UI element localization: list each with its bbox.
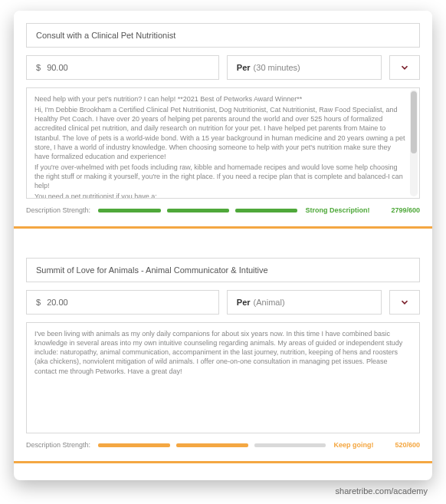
strength-bar: [254, 443, 326, 447]
per-label: Per: [237, 298, 251, 307]
strength-row: Description Strength: Strong Description…: [26, 206, 420, 214]
expand-button[interactable]: [389, 55, 420, 80]
per-value: (30 minutes): [254, 63, 300, 72]
strength-bar: [167, 209, 229, 212]
chevron-down-icon: [399, 62, 410, 73]
strength-bars: [98, 443, 326, 447]
strength-message: Keep going!: [333, 441, 373, 449]
strength-bar: [176, 443, 248, 447]
title-input[interactable]: Consult with a Clinical Pet Nutritionist: [26, 23, 420, 48]
scrollbar-track[interactable]: [410, 90, 418, 196]
price-input[interactable]: $ 20.00: [26, 290, 219, 315]
listing-card: Summit of Love for Animals - Animal Comm…: [14, 245, 432, 463]
price-input[interactable]: $ 90.00: [26, 55, 219, 80]
strength-bar: [235, 209, 297, 212]
strength-label: Description Strength:: [26, 206, 90, 214]
currency-symbol: $: [36, 298, 41, 307]
desc-line: Need help with your pet's nutrition? I c…: [34, 94, 407, 104]
per-select[interactable]: Per (Animal): [227, 290, 382, 315]
currency-symbol: $: [36, 63, 41, 72]
strength-row: Description Strength: Keep going! 520/60…: [26, 441, 420, 449]
strength-bar: [98, 209, 160, 212]
per-value: (Animal): [254, 298, 285, 307]
desc-line: Hi, I'm Debbie Brookham a Certified Clin…: [34, 105, 407, 161]
per-select[interactable]: Per (30 minutes): [227, 55, 382, 80]
description-wrapper: Need help with your pet's nutrition? I c…: [26, 87, 420, 199]
char-count: 520/600: [395, 441, 420, 449]
title-input[interactable]: Summit of Love for Animals - Animal Comm…: [26, 258, 420, 282]
strength-bars: [98, 209, 297, 212]
description-textarea[interactable]: I've been living with animals as my only…: [26, 322, 420, 433]
strength-message: Strong Description!: [305, 206, 369, 214]
price-value: 20.00: [47, 298, 68, 307]
chevron-down-icon: [399, 297, 410, 308]
per-label: Per: [237, 63, 251, 72]
char-count: 2799/600: [391, 206, 420, 214]
footer-link[interactable]: sharetribe.com/academy: [14, 480, 432, 496]
desc-line: If you're over-whelmed with pet foods in…: [34, 163, 407, 190]
description-wrapper: I've been living with animals as my only…: [26, 322, 420, 433]
cards-container: Consult with a Clinical Pet Nutritionist…: [14, 11, 432, 480]
strength-label: Description Strength:: [26, 441, 90, 449]
desc-line: I've been living with animals as my only…: [34, 329, 407, 376]
listing-card: Consult with a Clinical Pet Nutritionist…: [14, 11, 432, 229]
description-textarea[interactable]: Need help with your pet's nutrition? I c…: [26, 87, 420, 199]
expand-button[interactable]: [389, 290, 420, 315]
scrollbar-thumb[interactable]: [411, 91, 417, 153]
desc-line: You need a pet nutritionist if you have …: [34, 192, 407, 199]
price-value: 90.00: [47, 63, 68, 72]
strength-bar: [98, 443, 170, 447]
